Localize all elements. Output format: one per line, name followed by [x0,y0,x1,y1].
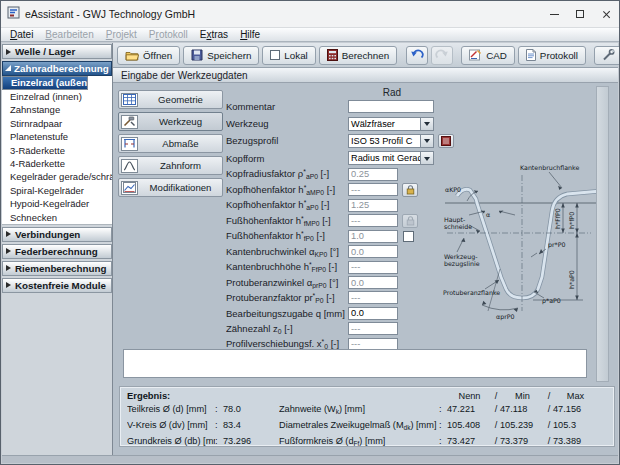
local-label: Lokal [284,50,307,61]
save-button[interactable]: Speichern [183,46,259,65]
sidebar-group-verbindungen[interactable]: Verbindungen [2,227,112,242]
fusshoehenfaktor-fmp0-input[interactable] [348,214,398,227]
fusshoehenfaktor-fmp0-label: Fußhöhenfaktor h*fMP0 [-] [226,215,348,227]
sidebar-group-welle-lager[interactable]: Welle / Lager [2,44,112,59]
menu-extras[interactable]: Extras [194,29,234,40]
sidebar-item-kegelräder-gerade-schräg[interactable]: Kegelräder gerade/schräg [2,170,112,183]
sidebar-group-label: Welle / Lager [15,46,75,57]
fusshoehenfaktor-fp0-checkbox[interactable] [403,231,414,242]
results-header-sep: / [492,391,500,402]
menu-bearbeiten[interactable]: Bearbeiten [39,29,99,40]
results-header-nenn: Nenn [447,391,492,402]
settings-button[interactable]: Einstellungen [594,46,620,65]
diagram-label-hauptschneide-2: schneide [444,223,472,230]
result-sep: / [492,420,500,434]
protuberanzfaktor-input[interactable] [348,291,398,304]
nav-button-abmaße[interactable]: Abmaße [118,134,223,153]
results-panel: Ergebnis:Nenn/Min/MaxTeilkreis Ø (d) [mm… [119,386,615,447]
nav-button-zahnform[interactable]: Zahnform [118,156,223,175]
calculate-button[interactable]: Berechnen [319,46,397,65]
form-row-protuberanzfaktor: Protuberanzfaktor pr*P0 [-] [226,290,462,305]
sidebar-group-label: Verbindungen [15,229,80,240]
local-checkbox[interactable] [270,50,280,60]
maximize-button[interactable] [567,1,593,27]
sidebar-item-einzelrad-innen[interactable]: Einzelrad (innen) [2,90,112,103]
kommentar-input[interactable] [348,100,434,113]
nav-button-werkzeug[interactable]: Werkzeug [118,112,223,131]
dropdown-arrow-icon[interactable] [420,135,433,147]
bezugsprofil-select[interactable]: ISO 53 Profil C [348,134,434,148]
protocol-button[interactable]: Protokoll [518,46,586,65]
close-button[interactable] [593,1,619,27]
kopfhoehenfaktor-amp0-lock-button[interactable] [402,183,418,197]
scrollbar-track[interactable] [596,86,609,382]
expanded-arrow-icon [5,65,11,71]
open-button[interactable]: Öffnen [117,46,180,65]
sidebar-item-hypoid-kegelräder[interactable]: Hypoid-Kegelräder [2,197,112,210]
kopfform-select[interactable]: Radius mit Gerade [348,151,434,165]
sidebar-item-stirnradpaar[interactable]: Stirnradpaar [2,117,112,130]
profile-database-icon [441,136,451,146]
nav-button-modifikationen[interactable]: Modifikationen [118,178,223,197]
folder-icon [125,50,139,61]
result-sep: / [492,404,500,418]
diagram-label-h-ap0: h*aP0 [568,270,575,289]
result-value-min: 105.239 [500,420,545,434]
sidebar-item-spiral-kegelräder[interactable]: Spiral-Kegelräder [2,184,112,197]
cad-button[interactable]: CAD [461,46,515,65]
menu-hilfe[interactable]: Hilfe [234,29,266,40]
result-value-nenn: 47.221 [447,404,492,418]
sidebar-item-3-räderkette[interactable]: 3-Räderkette [2,144,112,157]
form-row-kopfhoehenfaktor-ap0: Kopfhöhenfaktor h*aP0 [-] [226,198,462,213]
zaehnezahl-input[interactable] [348,322,398,335]
sidebar-group-federberechnung[interactable]: Federberechnung [2,244,112,259]
form-row-fusshoehenfaktor-fmp0: Fußhöhenfaktor h*fMP0 [-] [226,213,462,228]
titlebar[interactable]: eAssistant - GWJ Technology GmbH [1,1,619,28]
bezugsprofil-database-button[interactable] [438,134,454,148]
kopfradiusfaktor-input[interactable] [348,168,398,181]
result-value-max: 47.156 [553,404,598,418]
sidebar-item-4-räderkette[interactable]: 4-Räderkette [2,157,112,170]
doc-icon [526,49,536,61]
close-icon [602,10,611,19]
menu-protokoll[interactable]: Protokoll [143,29,194,40]
kopfhoehenfaktor-amp0-input[interactable] [348,183,398,196]
sidebar-group-kostenfreie-module[interactable]: Kostenfreie Module [2,278,112,293]
result-value-nenn: 105.408 [447,420,492,434]
kantenbruchhoehe-label: Kantenbruchhöhe h*FfP0 [-] [226,261,348,273]
kantenbruchhoehe-input[interactable] [348,261,398,274]
lock-icon [406,216,415,226]
sidebar-item-einzelrad-außen[interactable]: Einzelrad (außen) [2,76,88,90]
menu-datei[interactable]: Datei [4,29,39,40]
local-button[interactable]: Lokal [262,46,315,65]
disk-icon [191,49,203,61]
fusshoehenfaktor-fp0-input[interactable] [348,230,398,243]
result-value-min: 47.118 [500,404,545,418]
undo-button[interactable] [406,46,428,65]
redo-button[interactable] [431,46,453,65]
sidebar-group-zahnradberechnung[interactable]: Zahnradberechnung [2,61,112,76]
kantenbruchwinkel-input[interactable] [348,245,398,258]
sidebar-item-zahnstange[interactable]: Zahnstange [2,103,112,116]
fusshoehenfaktor-fp0-label: Fußhöhenfaktor h*fP0 [-] [226,230,348,242]
nav-button-label: Zahnform [143,160,222,171]
menu-projekt[interactable]: Projekt [100,29,143,40]
dropdown-arrow-icon[interactable] [420,152,433,164]
result-sep: / [545,404,553,418]
fusshoehenfaktor-fmp0-lock-button[interactable] [402,214,418,228]
protuberanzwinkel-input[interactable] [348,276,398,289]
toolbar: ÖffnenSpeichernLokalBerechnenCADProtokol… [113,43,618,68]
nav-button-geometrie[interactable]: Geometrie [118,90,223,109]
werkzeug-select[interactable]: Wälzfräser [348,117,434,131]
bearbeitungszugabe-input[interactable] [348,307,398,320]
result-colon: : [215,436,223,450]
sidebar-item-schnecken[interactable]: Schnecken [2,211,112,224]
kopfhoehenfaktor-ap0-input[interactable] [348,199,398,212]
kopfradiusfaktor-label: Kopfradiusfaktor ρ*aP0 [-] [226,168,348,180]
collapsed-arrow-icon [6,49,11,55]
minimize-button[interactable] [541,1,567,27]
sidebar-group-riemenberechnung[interactable]: Riemenberechnung [2,261,112,276]
dropdown-arrow-icon[interactable] [420,118,433,130]
kantenbruchwinkel-label: Kantenbruchwinkel αKP0 [°] [226,246,348,258]
sidebar-item-planetenstufe[interactable]: Planetenstufe [2,130,112,143]
